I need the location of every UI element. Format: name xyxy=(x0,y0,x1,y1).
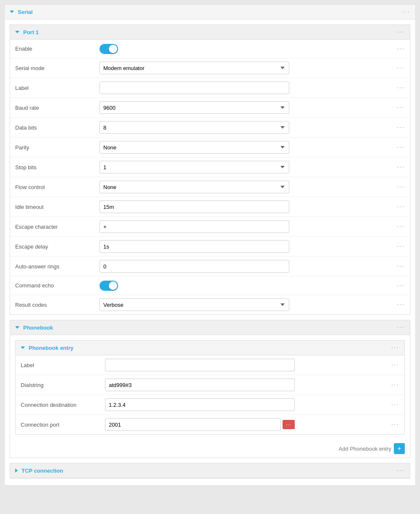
parity-select[interactable]: None Even Odd xyxy=(100,141,289,154)
baud-rate-menu-icon[interactable]: ··· xyxy=(392,104,405,111)
flow-control-label: Flow control xyxy=(15,184,100,190)
entry-label-row: Label ··· xyxy=(16,355,404,375)
enable-menu-icon[interactable]: ··· xyxy=(392,45,405,53)
phonebook-section: Phonebook ··· Phonebook entry ··· xyxy=(10,320,410,458)
serial-title: Serial xyxy=(10,9,32,15)
label-input[interactable] xyxy=(100,81,289,94)
enable-toggle[interactable] xyxy=(100,44,118,54)
enable-control: ··· xyxy=(100,44,405,54)
toggle-knob xyxy=(109,45,117,53)
tcp-expand-icon[interactable] xyxy=(15,468,18,473)
idle-timeout-input[interactable] xyxy=(100,200,289,213)
command-echo-toggle[interactable] xyxy=(100,281,118,291)
idle-timeout-row: Idle timeout ··· xyxy=(10,197,410,217)
add-phonebook-entry-row: Add Phonebook entry + xyxy=(10,440,410,457)
escape-delay-control: ··· xyxy=(100,240,405,253)
label-control: ··· xyxy=(100,81,405,94)
dialstring-input[interactable] xyxy=(105,379,295,391)
command-echo-row: Command echo ··· xyxy=(10,276,410,295)
auto-answer-row: Auto-answer rings ··· xyxy=(10,257,410,276)
dialstring-row: Dialstring ··· xyxy=(16,375,404,395)
conn-dest-input[interactable] xyxy=(105,398,295,411)
phonebook-menu-icon[interactable]: ··· xyxy=(397,324,405,331)
idle-timeout-menu-icon[interactable]: ··· xyxy=(392,203,405,211)
dialstring-control: ··· xyxy=(105,379,399,391)
port1-title: Port 1 xyxy=(15,29,39,35)
conn-dest-label: Connection destination xyxy=(21,402,105,408)
result-codes-menu-icon[interactable]: ··· xyxy=(392,301,405,308)
escape-delay-menu-icon[interactable]: ··· xyxy=(392,243,405,250)
command-echo-menu-icon[interactable]: ··· xyxy=(392,282,405,289)
serial-mode-label: Serial mode xyxy=(15,65,100,71)
entry-label-label: Label xyxy=(21,362,105,368)
parity-row: Parity None Even Odd ··· xyxy=(10,138,410,157)
phonebook-entry-collapse-icon[interactable] xyxy=(21,346,25,349)
result-codes-label: Result codes xyxy=(15,302,100,308)
parity-menu-icon[interactable]: ··· xyxy=(392,143,405,151)
escape-char-menu-icon[interactable]: ··· xyxy=(392,223,405,230)
phonebook-entry-section: Phonebook entry ··· Label ··· xyxy=(15,340,405,435)
flow-control-menu-icon[interactable]: ··· xyxy=(392,183,405,191)
dialstring-menu-icon[interactable]: ··· xyxy=(386,381,399,389)
serial-mode-control: Modem emulator TCP client TCP server UDP… xyxy=(100,62,405,74)
serial-body: Port 1 ··· Enable ··· xyxy=(5,24,415,485)
stop-bits-menu-icon[interactable]: ··· xyxy=(392,163,405,171)
parity-control: None Even Odd ··· xyxy=(100,141,405,154)
auto-answer-input[interactable] xyxy=(100,260,289,273)
enable-row: Enable ··· xyxy=(10,40,410,58)
stop-bits-row: Stop bits 1 2 ··· xyxy=(10,157,410,177)
data-bits-control: 7 8 ··· xyxy=(100,121,405,134)
stop-bits-select[interactable]: 1 2 xyxy=(100,161,289,173)
dialstring-label: Dialstring xyxy=(21,382,105,388)
auto-answer-menu-icon[interactable]: ··· xyxy=(392,262,405,270)
phonebook-collapse-icon[interactable] xyxy=(15,326,19,329)
entry-label-input[interactable] xyxy=(105,359,295,371)
escape-char-input[interactable] xyxy=(100,220,289,233)
flow-control-control: None Hardware Software ··· xyxy=(100,181,405,193)
escape-delay-input[interactable] xyxy=(100,240,289,253)
phonebook-entry-menu-icon[interactable]: ··· xyxy=(391,344,399,352)
auto-answer-control: ··· xyxy=(100,260,405,273)
serial-mode-select[interactable]: Modem emulator TCP client TCP server UDP xyxy=(100,62,289,74)
enable-label: Enable xyxy=(15,46,100,52)
idle-timeout-control: ··· xyxy=(100,200,405,213)
conn-port-action-button[interactable]: ··· xyxy=(283,420,295,429)
flow-control-row: Flow control None Hardware Software ··· xyxy=(10,177,410,197)
port1-collapse-icon[interactable] xyxy=(15,31,19,33)
command-echo-toggle-knob xyxy=(109,281,117,290)
conn-dest-control: ··· xyxy=(105,398,399,411)
label-row: Label ··· xyxy=(10,78,410,98)
tcp-menu-icon[interactable]: ··· xyxy=(397,467,405,474)
label-field-label: Label xyxy=(15,85,100,91)
data-bits-menu-icon[interactable]: ··· xyxy=(392,124,405,131)
entry-label-menu-icon[interactable]: ··· xyxy=(386,361,399,369)
conn-port-control: ··· ··· xyxy=(105,418,399,431)
serial-mode-menu-icon[interactable]: ··· xyxy=(392,64,405,72)
label-menu-icon[interactable]: ··· xyxy=(392,84,405,92)
port1-section: Port 1 ··· Enable ··· xyxy=(10,24,410,315)
baud-rate-select[interactable]: 9600 19200 38400 57600 115200 xyxy=(100,101,289,114)
baud-rate-label: Baud rate xyxy=(15,105,100,111)
phonebook-entry-body: Label ··· Dialstring xyxy=(16,355,404,434)
flow-control-select[interactable]: None Hardware Software xyxy=(100,181,289,193)
phonebook-entry-header: Phonebook entry ··· xyxy=(16,341,404,355)
serial-menu-icon[interactable]: ··· xyxy=(402,8,410,16)
add-phonebook-button[interactable]: + xyxy=(394,443,405,454)
escape-char-control: ··· xyxy=(100,220,405,233)
command-echo-label: Command echo xyxy=(15,282,100,289)
parity-label: Parity xyxy=(15,144,100,151)
data-bits-select[interactable]: 7 8 xyxy=(100,121,289,134)
tcp-header: TCP connection ··· xyxy=(10,463,410,478)
result-codes-control: Verbose Numeric Off ··· xyxy=(100,298,405,311)
result-codes-select[interactable]: Verbose Numeric Off xyxy=(100,298,289,311)
port1-menu-icon[interactable]: ··· xyxy=(397,28,405,36)
serial-collapse-icon[interactable] xyxy=(10,11,14,13)
conn-dest-menu-icon[interactable]: ··· xyxy=(386,401,399,408)
tcp-section: TCP connection ··· xyxy=(10,463,410,479)
escape-delay-label: Escape delay xyxy=(15,243,100,250)
auto-answer-label: Auto-answer rings xyxy=(15,263,100,270)
conn-port-input[interactable] xyxy=(105,418,281,431)
escape-delay-row: Escape delay ··· xyxy=(10,237,410,257)
conn-port-menu-icon[interactable]: ··· xyxy=(386,421,399,428)
escape-char-label: Escape character xyxy=(15,224,100,230)
